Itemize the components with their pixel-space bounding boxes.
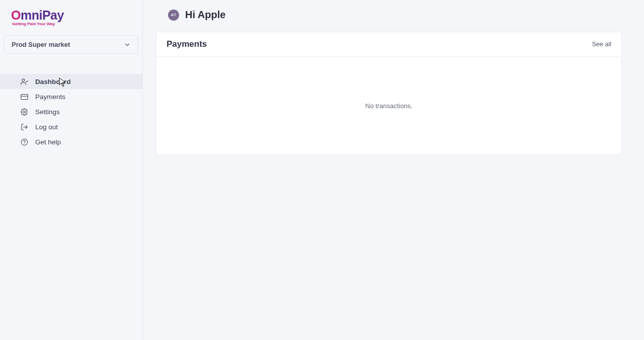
main-content: AT Hi Apple Payments See all No transact… <box>143 0 644 340</box>
sidebar-item-label: Dashboard <box>35 78 132 86</box>
sidebar: OmniPay Getting Paid Your Way Prod Super… <box>0 0 143 340</box>
sidebar-item-get-help[interactable]: Get help <box>0 134 142 149</box>
help-circle-icon <box>20 138 28 146</box>
payments-card-header: Payments See all <box>156 32 621 57</box>
sidebar-item-label: Settings <box>35 108 132 116</box>
svg-point-0 <box>22 78 24 81</box>
person-check-icon <box>20 77 28 86</box>
greeting-row: AT Hi Apple <box>168 9 631 21</box>
brand-wordmark: OmniPay <box>11 8 131 23</box>
merchant-selector[interactable]: Prod Super market <box>4 35 138 54</box>
brand-letter-o: O <box>11 8 21 22</box>
brand-tagline: Getting Paid Your Way <box>12 22 131 26</box>
greeting-text: Hi Apple <box>185 9 225 21</box>
svg-point-3 <box>23 111 25 113</box>
chevron-down-icon <box>124 41 131 48</box>
no-transactions-message: No transactions. <box>365 102 413 110</box>
see-all-link[interactable]: See all <box>592 41 611 48</box>
sidebar-item-payments[interactable]: Payments <box>0 89 142 104</box>
sidebar-item-logout[interactable]: Log out <box>0 119 142 134</box>
payments-card-body: No transactions. <box>156 57 621 154</box>
brand-logo: OmniPay Getting Paid Your Way <box>0 6 142 35</box>
credit-card-icon <box>20 93 28 101</box>
brand-rest: mniPay <box>21 8 64 22</box>
svg-rect-1 <box>21 94 28 99</box>
avatar[interactable]: AT <box>168 10 179 21</box>
sidebar-item-settings[interactable]: Settings <box>0 104 142 119</box>
logout-icon <box>20 123 28 131</box>
sidebar-item-label: Payments <box>35 93 132 101</box>
gear-icon <box>20 108 28 116</box>
sidebar-item-dashboard[interactable]: Dashboard <box>0 74 142 89</box>
sidebar-item-label: Log out <box>35 123 132 131</box>
payments-card: Payments See all No transactions. <box>156 32 622 155</box>
merchant-selector-label: Prod Super market <box>12 41 70 48</box>
payments-card-title: Payments <box>167 39 207 49</box>
sidebar-nav: Dashboard Payments Settings Log out Get … <box>0 74 142 149</box>
sidebar-item-label: Get help <box>35 138 132 146</box>
